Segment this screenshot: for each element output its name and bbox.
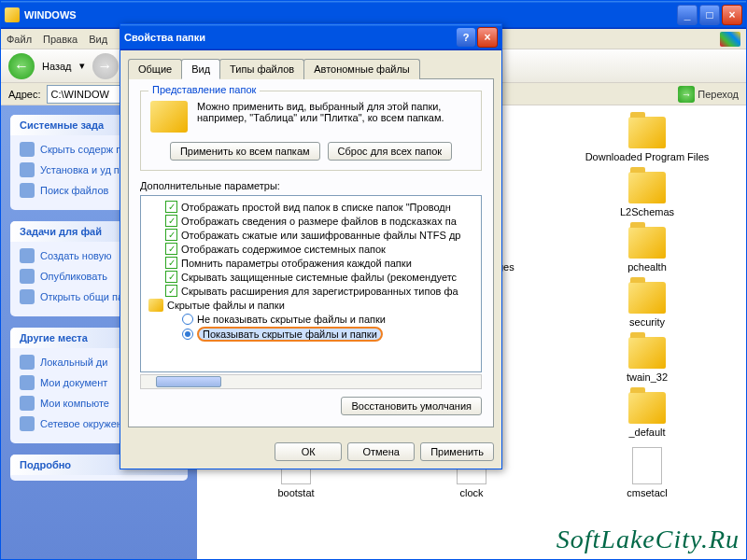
folder-icon [5, 7, 20, 22]
tree-label: Отображать содержимое системных папок [181, 244, 386, 255]
dialog-tabs: Общие Вид Типы файлов Автономные файлы [120, 50, 501, 78]
radio-icon[interactable] [182, 314, 193, 325]
tree-item[interactable]: Показывать скрытые файлы и папки [145, 326, 477, 343]
dialog-buttons: ОК Отмена Применить [120, 435, 501, 469]
ok-button[interactable]: ОК [275, 442, 342, 461]
folder-icon [148, 299, 163, 312]
help-button[interactable]: ? [457, 28, 475, 47]
folder-label: bootstat [277, 487, 314, 498]
checkbox-icon[interactable]: ✓ [165, 229, 177, 241]
tree-label: Показывать скрытые файлы и папки [197, 327, 383, 342]
advanced-tree[interactable]: ✓Отображать простой вид папок в списке п… [140, 195, 482, 372]
folder-item[interactable]: security [559, 282, 735, 328]
menu-edit[interactable]: Правка [43, 34, 78, 45]
task-icon [20, 289, 35, 304]
tree-item[interactable]: Скрытые файлы и папки [145, 298, 477, 313]
folder-item[interactable]: _default [559, 392, 735, 438]
folder-views-group: Представление папок Можно применить вид,… [140, 91, 482, 171]
tree-item[interactable]: ✓Скрывать защищенные системные файлы (ре… [145, 270, 477, 284]
back-button[interactable]: ← [8, 53, 35, 79]
tree-item[interactable]: ✓Отображать содержимое системных папок [145, 242, 477, 256]
minimize-button[interactable]: _ [677, 5, 698, 25]
place-icon [20, 416, 35, 431]
scroll-thumb[interactable] [156, 376, 221, 387]
window-title: WINDOWS [24, 9, 77, 21]
folder-item[interactable]: cmsetacl [559, 447, 735, 498]
tree-label: Скрывать защищенные системные файлы (рек… [181, 272, 457, 283]
reset-all-button[interactable]: Сброс для всех папок [328, 142, 453, 161]
back-label[interactable]: Назад [42, 61, 72, 72]
folder-item[interactable]: pchealth [559, 227, 735, 273]
close-button[interactable]: × [722, 5, 742, 25]
apply-all-button[interactable]: Применить ко всем папкам [170, 142, 320, 161]
folder-icon [628, 172, 666, 203]
checkbox-icon[interactable]: ✓ [165, 243, 177, 255]
task-icon [20, 269, 35, 284]
folder-sample-icon [150, 101, 188, 133]
window-controls: _ □ × [677, 5, 742, 25]
folder-icon [628, 392, 666, 424]
tree-item[interactable]: ✓Помнить параметры отображения каждой па… [145, 256, 477, 270]
go-label: Переход [698, 89, 739, 100]
task-icon [20, 183, 35, 198]
tree-item[interactable]: Не показывать скрытые файлы и папки [145, 313, 477, 326]
horizontal-scrollbar[interactable] [140, 374, 482, 389]
checkbox-icon[interactable]: ✓ [165, 257, 177, 269]
folder-label: pchealth [627, 261, 667, 273]
cancel-button[interactable]: Отмена [347, 442, 415, 461]
advanced-label: Дополнительные параметры: [140, 180, 482, 191]
tab-general[interactable]: Общие [128, 59, 182, 79]
folder-item[interactable]: Downloaded Program Files [559, 117, 735, 162]
menu-file[interactable]: Файл [7, 34, 32, 45]
task-icon [20, 162, 35, 177]
apply-button[interactable]: Применить [420, 442, 494, 461]
folder-icon [628, 282, 666, 314]
checkbox-icon[interactable]: ✓ [165, 201, 177, 213]
dialog-close-button[interactable]: × [477, 27, 498, 48]
place-icon [20, 375, 35, 390]
task-icon [20, 248, 35, 263]
file-icon [632, 447, 662, 484]
restore-defaults-button[interactable]: Восстановить умолчания [341, 397, 482, 415]
folder-options-dialog: Свойства папки ? × Общие Вид Типы файлов… [120, 23, 502, 469]
dropdown-icon[interactable]: ▾ [79, 60, 85, 72]
folder-label: _default [628, 427, 665, 438]
folder-item[interactable]: twain_32 [559, 337, 735, 383]
radio-icon[interactable] [182, 329, 193, 340]
folder-icon [628, 337, 666, 369]
checkbox-icon[interactable]: ✓ [165, 285, 177, 297]
menu-view[interactable]: Вид [89, 34, 107, 45]
folder-icon [628, 227, 666, 259]
go-arrow-icon: → [678, 86, 695, 103]
tree-label: Отображать сжатые или зашифрованные файл… [181, 230, 460, 241]
tab-file-types[interactable]: Типы файлов [219, 59, 304, 79]
folder-icon [628, 117, 666, 148]
place-icon [20, 396, 35, 411]
go-button[interactable]: → Переход [678, 86, 739, 103]
address-label: Адрес: [8, 89, 41, 100]
tree-item[interactable]: ✓Скрывать расширения для зарегистрирован… [145, 284, 477, 298]
tab-body: Представление папок Можно применить вид,… [128, 78, 494, 427]
watermark: SoftLakeCity.Ru [557, 525, 740, 554]
tab-offline[interactable]: Автономные файлы [303, 59, 420, 79]
checkbox-icon[interactable]: ✓ [165, 271, 177, 283]
tree-label: Скрывать расширения для зарегистрированн… [181, 286, 458, 297]
group-legend: Представление папок [148, 84, 260, 95]
folder-label: L2Schemas [620, 206, 674, 217]
dialog-title-bar: Свойства папки ? × [120, 24, 501, 50]
windows-flag-icon [720, 32, 740, 47]
checkbox-icon[interactable]: ✓ [165, 215, 177, 227]
folder-label: Downloaded Program Files [585, 151, 710, 162]
tab-view[interactable]: Вид [181, 59, 220, 79]
tree-item[interactable]: ✓Отображать сведения о размере файлов в … [145, 214, 477, 228]
place-icon [20, 355, 35, 370]
folder-item[interactable]: L2Schemas [559, 172, 735, 217]
tree-item[interactable]: ✓Отображать простой вид папок в списке п… [145, 200, 477, 214]
tree-label: Скрытые файлы и папки [167, 300, 285, 311]
maximize-button[interactable]: □ [699, 5, 720, 25]
folder-label: twain_32 [627, 371, 668, 383]
forward-button[interactable]: → [92, 53, 119, 79]
tree-label: Отображать простой вид папок в списке па… [181, 202, 451, 213]
task-icon [20, 142, 35, 157]
tree-item[interactable]: ✓Отображать сжатые или зашифрованные фай… [145, 228, 477, 242]
